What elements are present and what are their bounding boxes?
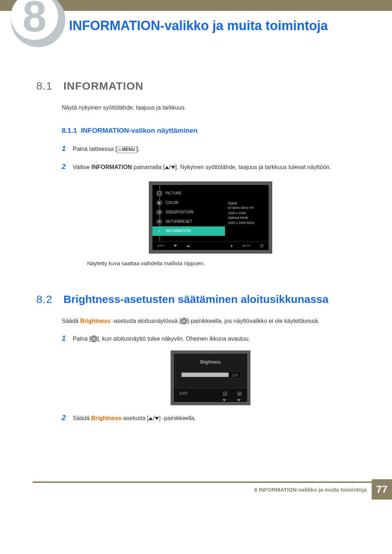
brightness-bar: 100 xyxy=(180,372,241,378)
down-icon xyxy=(237,399,241,402)
footer-divider xyxy=(33,481,392,483)
brightness-bar-fill xyxy=(181,373,229,377)
step-1: 1 Paina laitteessa [MENU]. xyxy=(62,143,359,154)
section-title: Brightness-asetusten säätäminen aloitusi… xyxy=(64,293,328,305)
section-number: 8.1 xyxy=(36,80,53,92)
figure-caption: Näytetty kuva saattaa vaihdella mallista… xyxy=(87,259,359,268)
osd-item-information: iINFORMATION xyxy=(152,226,225,236)
osd-info-panel: Digital 67.5kHz 60Hz PP 1920 x 1080 Opti… xyxy=(225,185,269,242)
auto-label: AUTO xyxy=(242,244,250,249)
osd-item-color: ◐COLOR xyxy=(152,198,225,208)
section-title: INFORMATION xyxy=(64,80,143,92)
keyword-brightness: Brightness xyxy=(91,415,122,421)
ok-jog-button-icon xyxy=(91,336,97,342)
step-number: 1 xyxy=(62,332,71,344)
section-8-1-heading: 8.1 INFORMATION xyxy=(36,80,359,92)
setup-reset-icon: ✲ xyxy=(156,218,163,225)
section-intro: Säädä Brightness -asetusta aloitusnäytös… xyxy=(62,316,359,326)
up-icon xyxy=(187,245,190,247)
page-number: 77 xyxy=(372,479,392,500)
down-arrow-icon xyxy=(155,417,159,420)
osd-brightness-title: Brightness xyxy=(174,354,247,369)
osd-item-size-position: ⊞SIZE&POSITION xyxy=(152,208,225,217)
section-intro: Näytä nykyinen syöttölähde, taajuus ja t… xyxy=(62,103,359,112)
down-icon xyxy=(222,399,226,402)
play-icon xyxy=(231,245,233,247)
minus-icon xyxy=(223,392,227,395)
exit-label: EXIT xyxy=(180,391,188,397)
brightness-value: 100 xyxy=(232,372,238,379)
osd-item-setup-reset: ✲SETUP&RESET xyxy=(152,217,225,226)
step-number: 2 xyxy=(62,161,71,172)
up-arrow-icon xyxy=(148,417,153,420)
osd-item-picture: PICTURE xyxy=(152,189,225,198)
osd-bottom-bar: EXIT AUTO xyxy=(152,241,269,250)
section-number: 8.2 xyxy=(36,293,53,305)
menu-glyph-icon xyxy=(119,149,121,151)
step-number: 2 xyxy=(62,412,71,423)
footer-chapter-text: 8 INFORMATION-valikko ja muita toimintoj… xyxy=(254,487,367,493)
information-icon: i xyxy=(156,228,163,234)
down-icon xyxy=(173,245,177,247)
picture-icon xyxy=(156,190,163,197)
up-arrow-icon xyxy=(165,166,169,169)
osd-brightness-screenshot: Brightness 100 EXIT xyxy=(171,350,250,405)
plus-icon xyxy=(238,392,241,395)
step-2: 2 Valitse INFORMATION painamalla [/]. Ny… xyxy=(62,161,359,172)
step-text: painamalla [ xyxy=(132,164,165,170)
exit-label: EXIT xyxy=(158,244,164,249)
ok-jog-button-icon xyxy=(181,318,187,324)
step-text: ]. Nykyinen syöttölähde, taajuus ja tark… xyxy=(175,164,331,170)
subsection-number: 8.1.1 xyxy=(62,127,77,134)
step-text: Paina laitteessa [ xyxy=(73,146,117,152)
down-arrow-icon xyxy=(171,166,175,169)
step-1: 1 Paina [], kun aloitusnäyttö tulee näky… xyxy=(62,332,359,344)
color-icon: ◐ xyxy=(156,200,163,206)
step-text: Valitse xyxy=(73,164,91,170)
subsection-heading: 8.1.1 INFORMATION-valikon näyttäminen xyxy=(62,125,359,136)
step-number: 1 xyxy=(62,143,71,154)
page-footer: 8 INFORMATION-valikko ja muita toimintoj… xyxy=(0,481,392,500)
step-text-after: ]. xyxy=(137,146,140,152)
subsection-title: INFORMATION-valikon näyttäminen xyxy=(81,127,198,134)
keyword-brightness: Brightness xyxy=(80,318,111,324)
keyword-information: INFORMATION xyxy=(91,164,132,170)
chapter-header: 8 INFORMATION-valikko ja muita toimintoj… xyxy=(0,11,392,44)
osd-menu-screenshot: PICTURE ◐COLOR ⊞SIZE&POSITION ✲SETUP&RES… xyxy=(149,181,272,254)
osd-brightness-bottom-bar: EXIT xyxy=(174,388,247,398)
step-2: 2 Säädä Brightness-asetusta [/] -painikk… xyxy=(62,412,359,423)
size-position-icon: ⊞ xyxy=(156,209,163,216)
menu-button-icon: MENU xyxy=(117,147,136,153)
power-icon xyxy=(260,244,264,248)
chapter-title: INFORMATION-valikko ja muita toimintoja xyxy=(69,18,328,33)
menu-label: MENU xyxy=(122,146,135,153)
section-8-2-heading: 8.2 Brightness-asetusten säätäminen aloi… xyxy=(36,293,359,305)
